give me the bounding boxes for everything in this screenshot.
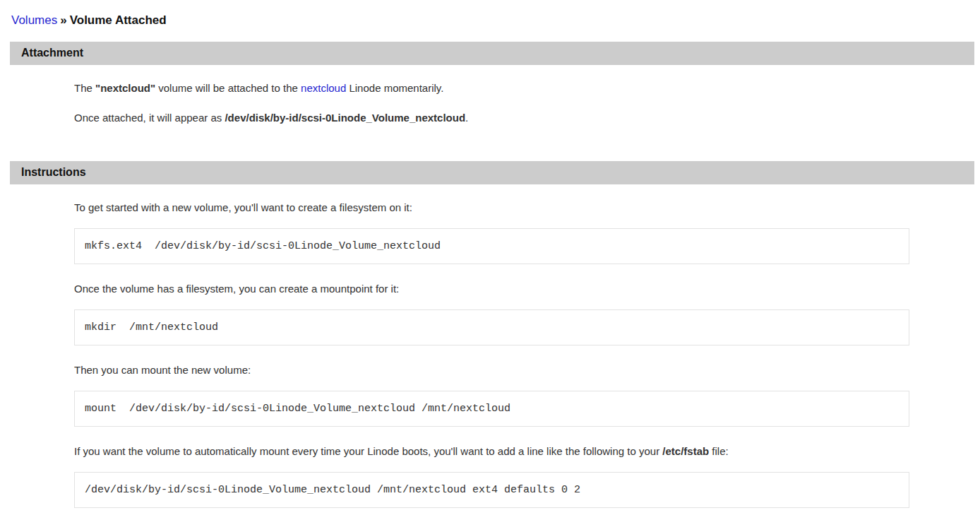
breadcrumb-volumes-link[interactable]: Volumes [11,13,57,27]
attachment-section-body: The "nextcloud" volume will be attached … [74,82,909,124]
step-fstab-text: If you want the volume to automatically … [74,445,909,458]
instructions-section-title: Instructions [21,166,86,178]
attachment-text-post: Linode momentarily. [346,82,443,94]
breadcrumb-current-page: Volume Attached [70,13,167,27]
mkfs-command-codebox: mkfs.ext4 /dev/disk/by-id/scsi-0Linode_V… [74,228,909,264]
volume-attached-page: Volumes»Volume Attached Attachment The "… [0,0,980,520]
section-header-instructions: Instructions [10,161,974,184]
device-path: /dev/disk/by-id/scsi-0Linode_Volume_next… [225,112,465,124]
step-create-filesystem-text: To get started with a new volume, you'll… [74,201,909,214]
step-mount-volume-text: Then you can mount the new volume: [74,364,909,377]
section-header-attachment: Attachment [10,42,974,65]
fstab-text-post: file: [709,445,729,457]
attachment-text-pre: The [74,82,95,94]
mkdir-command-codebox: mkdir /mnt/nextcloud [74,309,909,345]
step-create-mountpoint-text: Once the volume has a filesystem, you ca… [74,283,909,295]
attachment-status-text: The "nextcloud" volume will be attached … [74,82,909,95]
breadcrumb: Volumes»Volume Attached [0,0,980,35]
fstab-line-codebox: /dev/disk/by-id/scsi-0Linode_Volume_next… [74,472,909,508]
attachment-text-mid: volume will be attached to the [155,82,301,94]
fstab-path: /etc/fstab [662,445,709,457]
instructions-section-body: To get started with a new volume, you'll… [74,201,909,508]
device-path-post: . [465,112,468,124]
attachment-section-title: Attachment [21,47,83,59]
volume-name: "nextcloud" [95,82,155,94]
linode-link[interactable]: nextcloud [301,82,346,94]
mount-command-codebox: mount /dev/disk/by-id/scsi-0Linode_Volum… [74,391,909,427]
device-path-text: Once attached, it will appear as /dev/di… [74,112,909,124]
device-path-pre: Once attached, it will appear as [74,112,225,124]
breadcrumb-separator: » [60,13,66,27]
fstab-text-pre: If you want the volume to automatically … [74,445,662,457]
